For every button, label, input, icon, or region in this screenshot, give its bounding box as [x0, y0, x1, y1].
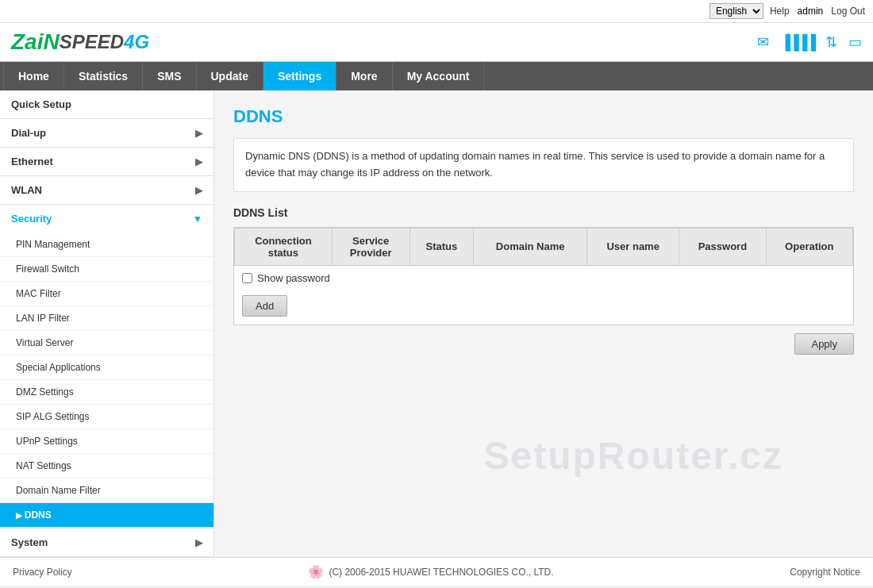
col-status: Status — [410, 228, 474, 265]
main-nav: Home Statistics SMS Update Settings More… — [0, 62, 873, 90]
top-links: Help admin Log Out — [770, 6, 865, 17]
nav-home[interactable]: Home — [3, 62, 64, 90]
sidebar-ddns[interactable]: DDNS — [0, 503, 213, 528]
page-title: DDNS — [233, 106, 854, 127]
copyright-text: (C) 2006-2015 HUAWEI TECHNOLOGIES CO., L… — [329, 567, 553, 578]
show-password-row: Show password — [234, 266, 853, 290]
sidebar-group-quicksetup: Quick Setup — [0, 90, 213, 119]
logo-4g: 4G — [124, 31, 149, 53]
language-selector[interactable]: English Arabic — [710, 3, 763, 19]
page-description: Dynamic DNS (DDNS) is a method of updati… — [233, 138, 854, 192]
logo-speed: SPEED — [60, 31, 124, 53]
nav-settings[interactable]: Settings — [263, 62, 337, 90]
sidebar-security-arrow: ▼ — [193, 213, 202, 225]
col-operation: Operation — [766, 228, 852, 265]
show-password-checkbox[interactable] — [242, 273, 252, 283]
copyright-notice-link[interactable]: Copyright Notice — [790, 567, 860, 578]
sidebar-virtual-server[interactable]: Virtual Server — [0, 331, 213, 355]
sidebar-quick-setup[interactable]: Quick Setup — [0, 90, 213, 118]
footer-center: 🌸 (C) 2006-2015 HUAWEI TECHNOLOGIES CO.,… — [308, 564, 553, 579]
description-text: Dynamic DNS (DDNS) is a method of updati… — [245, 150, 825, 179]
sidebar-system-arrow: ▶ — [195, 537, 202, 548]
ddns-table-wrapper: Connectionstatus ServiceProvider Status … — [233, 227, 854, 325]
sidebar-ethernet-label: Ethernet — [11, 156, 53, 167]
sidebar-dialup-arrow: ▶ — [195, 128, 202, 139]
ddns-list-title: DDNS List — [233, 206, 854, 219]
col-domain-name: Domain Name — [474, 228, 587, 265]
nav-more[interactable]: More — [337, 62, 392, 90]
top-bar: English Arabic Help admin Log Out — [0, 0, 873, 23]
sidebar-upnp-settings[interactable]: UPnP Settings — [0, 429, 213, 454]
sidebar-ethernet[interactable]: Ethernet ▶ — [0, 148, 213, 175]
sidebar-firewall-switch[interactable]: Firewall Switch — [0, 257, 213, 282]
col-connection-status: Connectionstatus — [235, 228, 333, 265]
sidebar-security[interactable]: Security ▼ — [0, 205, 213, 233]
sidebar-dmz-settings[interactable]: DMZ Settings — [0, 380, 213, 405]
language-dropdown[interactable]: English Arabic — [710, 3, 763, 19]
add-button[interactable]: Add — [242, 295, 287, 317]
nav-update[interactable]: Update — [197, 62, 263, 90]
sidebar-lan-ip-filter[interactable]: LAN IP Filter — [0, 306, 213, 331]
sidebar-system-label: System — [11, 536, 48, 548]
sidebar-wlan-label: WLAN — [11, 184, 42, 196]
logo: ZaiN SPEED 4G — [11, 29, 149, 55]
layout: Quick Setup Dial-up ▶ Ethernet ▶ WLAN ▶ … — [0, 90, 873, 557]
huawei-logo-icon: 🌸 — [308, 564, 324, 579]
sidebar-dialup[interactable]: Dial-up ▶ — [0, 119, 213, 147]
apply-button[interactable]: Apply — [794, 333, 854, 355]
privacy-policy-link[interactable]: Privacy Policy — [13, 567, 72, 578]
sidebar-group-system: System ▶ — [0, 528, 213, 557]
col-username: User name — [587, 228, 679, 265]
show-password-label[interactable]: Show password — [257, 272, 330, 284]
sidebar-group-dialup: Dial-up ▶ — [0, 119, 213, 148]
admin-label: admin — [798, 6, 824, 17]
help-link[interactable]: Help — [770, 6, 790, 17]
sidebar-nat-settings[interactable]: NAT Settings — [0, 454, 213, 478]
sidebar-dialup-label: Dial-up — [11, 127, 46, 139]
sidebar-special-applications[interactable]: Special Applications — [0, 355, 213, 380]
header-icons: ✉ ▐▐▐▐ ⇅ ▭ — [757, 33, 862, 51]
footer: Privacy Policy 🌸 (C) 2006-2015 HUAWEI TE… — [0, 557, 873, 586]
apply-button-row: Apply — [233, 325, 854, 363]
main-content: DDNS Dynamic DNS (DDNS) is a method of u… — [214, 90, 873, 557]
transfer-icon: ⇅ — [825, 33, 837, 51]
sidebar-ethernet-arrow: ▶ — [195, 156, 202, 167]
header: ZaiN SPEED 4G ✉ ▐▐▐▐ ⇅ ▭ — [0, 23, 873, 62]
col-password: Password — [679, 228, 766, 265]
sidebar-domain-name-filter[interactable]: Domain Name Filter — [0, 478, 213, 503]
nav-sms[interactable]: SMS — [143, 62, 196, 90]
ddns-table: Connectionstatus ServiceProvider Status … — [234, 228, 853, 266]
sidebar-mac-filter[interactable]: MAC Filter — [0, 282, 213, 306]
nav-myaccount[interactable]: My Account — [393, 62, 485, 90]
sidebar-system[interactable]: System ▶ — [0, 528, 213, 556]
sidebar-group-ethernet: Ethernet ▶ — [0, 148, 213, 176]
watermark: SetupRouter.cz — [484, 434, 783, 478]
sidebar-group-wlan: WLAN ▶ — [0, 176, 213, 205]
sidebar-group-security: Security ▼ PIN Management Firewall Switc… — [0, 205, 213, 528]
sidebar-wlan[interactable]: WLAN ▶ — [0, 176, 213, 204]
col-service-provider: ServiceProvider — [332, 228, 410, 265]
nav-statistics[interactable]: Statistics — [64, 62, 143, 90]
sidebar: Quick Setup Dial-up ▶ Ethernet ▶ WLAN ▶ … — [0, 90, 214, 557]
sidebar-wlan-arrow: ▶ — [195, 185, 202, 196]
sidebar-security-label: Security — [11, 213, 52, 225]
logo-zain: ZaiN — [11, 29, 60, 55]
mail-icon[interactable]: ✉ — [757, 33, 769, 51]
logout-link[interactable]: Log Out — [831, 6, 865, 17]
sidebar-pin-management[interactable]: PIN Management — [0, 233, 213, 257]
signal-icon: ▐▐▐▐ — [780, 34, 814, 51]
add-button-row: Add — [234, 290, 853, 325]
sidebar-quick-setup-label: Quick Setup — [11, 98, 71, 110]
sidebar-sip-alg-settings[interactable]: SIP ALG Settings — [0, 405, 213, 429]
screen-icon: ▭ — [848, 33, 862, 51]
